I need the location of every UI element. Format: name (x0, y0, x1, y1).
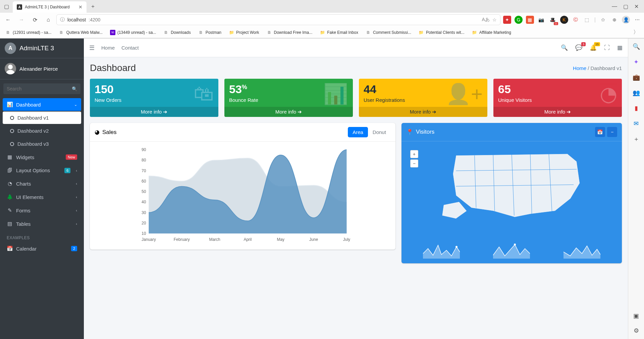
nav-layout-options[interactable]: 🗐 Layout Options 6 ‹ (3, 164, 81, 177)
ext-icon-5[interactable]: 🎩11 (549, 16, 557, 24)
bookmark-item[interactable]: Y!(13449 unread) - sa... (107, 28, 159, 37)
maximize-icon[interactable]: ▢ (623, 3, 628, 10)
more-info-link[interactable]: More info ➔ (90, 107, 218, 117)
sparkline-row (401, 242, 622, 263)
url-host: localhost (67, 17, 86, 22)
tab-title: AdminLTE 3 | Dashboard (25, 5, 76, 9)
more-info-link[interactable]: More info ➔ (224, 107, 353, 117)
svg-text:40: 40 (142, 200, 146, 204)
search-button[interactable]: 🔍 (69, 83, 80, 94)
hamburger-icon[interactable]: ☰ (89, 44, 95, 52)
extensions-icon[interactable]: ⬚ (583, 16, 591, 24)
menu-icon[interactable]: ⋯ (633, 16, 641, 24)
nav-label: Layout Options (16, 167, 50, 173)
rail-panel-icon[interactable]: ▣ (632, 311, 641, 321)
close-tab-icon[interactable]: ✕ (78, 4, 83, 10)
folder-icon: 📁 (320, 30, 325, 35)
chevron-left-icon: ‹ (76, 168, 77, 173)
search-input[interactable] (3, 83, 69, 94)
bookmark-item[interactable]: 🗎Comment Submissi... (363, 28, 414, 37)
tab-donut[interactable]: Donut (368, 127, 391, 137)
main-content: ☰ Home Contact 🔍 💬3 🔔15 ⛶ ▦ Dashboard Ho… (84, 39, 628, 339)
nav-charts[interactable]: ◔ Charts ‹ (3, 177, 81, 190)
topnav-home[interactable]: Home (101, 45, 115, 51)
tab-actions-icon[interactable]: ▢ (1, 1, 11, 11)
nav-calendar[interactable]: 📅 Calendar 2 (3, 242, 81, 255)
tab-area[interactable]: Area (348, 127, 368, 137)
stats-icon: 📊 (323, 82, 348, 106)
ext-icon-4[interactable]: 📷 (537, 16, 545, 24)
bookmark-item[interactable]: 📁Fake Email Inbox (317, 28, 361, 37)
browser-tab[interactable]: A AdminLTE 3 | Dashboard ✕ (13, 1, 87, 13)
nav-tables[interactable]: ▤ Tables ‹ (3, 217, 81, 230)
reader-icon[interactable]: Aあ (482, 17, 490, 23)
ext-icon-2[interactable]: G (515, 16, 523, 24)
more-info-link[interactable]: More info ➔ (493, 107, 622, 117)
nav-dashboard-v3[interactable]: Dashboard v3 (3, 138, 81, 150)
bookmark-item[interactable]: 🗎Postman (196, 28, 224, 37)
new-tab-button[interactable]: ＋ (88, 1, 98, 11)
usa-map[interactable] (406, 146, 617, 226)
bookmark-item[interactable]: 🗎(12931 unread) - sa... (3, 28, 54, 37)
zoom-in-button[interactable]: + (410, 150, 418, 158)
ext-icon-7[interactable]: Ⓒ (572, 16, 580, 24)
minimize-icon[interactable]: ― (612, 3, 617, 10)
expand-icon[interactable]: ⛶ (604, 45, 610, 51)
forward-button[interactable]: → (16, 14, 27, 25)
ext-icon-6[interactable]: K (560, 16, 568, 24)
page-icon: 🗎 (198, 30, 204, 35)
nav-forms[interactable]: ✎ Forms ‹ (3, 204, 81, 217)
rail-briefcase-icon[interactable]: 💼 (632, 73, 641, 82)
user-panel[interactable]: Alexander Pierce (0, 58, 84, 79)
rail-settings-icon[interactable]: ⚙ (632, 326, 641, 335)
nav-dashboard-v1[interactable]: Dashboard v1 (3, 112, 81, 124)
topnav-contact[interactable]: Contact (121, 45, 139, 51)
pie-icon: ◔ (7, 181, 13, 187)
svg-marker-27 (564, 246, 600, 259)
circle-icon (10, 116, 14, 120)
bookmark-item[interactable]: 📁Affiliate Marketing (469, 28, 514, 37)
brand[interactable]: A AdminLTE 3 (0, 39, 84, 58)
zoom-out-button[interactable]: − (410, 159, 418, 167)
collapse-button[interactable]: − (607, 127, 617, 137)
rail-people-icon[interactable]: 👥 (632, 88, 641, 97)
url-field[interactable]: ⓘ localhost:4200 Aあ ☆ (56, 14, 500, 25)
nav-widgets[interactable]: ▦ Widgets New (3, 151, 81, 163)
rail-search-icon[interactable]: 🔍 (632, 42, 641, 51)
bookmarks-overflow-icon[interactable]: 〉 (631, 29, 641, 36)
ext-icon-1[interactable]: ✦ (503, 16, 511, 24)
comments-icon[interactable]: 💬3 (575, 44, 582, 51)
grid-icon[interactable]: ▦ (617, 44, 623, 51)
rail-office-icon[interactable]: ▮ (632, 104, 641, 113)
bookmark-item[interactable]: 📁Project Work (226, 28, 262, 37)
bookmark-item[interactable]: 🗎Downloads (161, 28, 193, 37)
ext-icon-3[interactable]: ▦ (526, 16, 534, 24)
bookmark-item[interactable]: 🗎Download Free Ima... (264, 28, 315, 37)
breadcrumb-home[interactable]: Home (573, 65, 586, 71)
bookmark-item[interactable]: 🗎Quttera Web Malw... (56, 28, 105, 37)
rail-add-icon[interactable]: ＋ (632, 134, 641, 144)
rail-sparkle-icon[interactable]: ✦ (632, 57, 641, 67)
back-button[interactable]: ← (3, 14, 13, 25)
favorite-icon[interactable]: ☆ (492, 17, 497, 22)
page-icon: 🗎 (267, 30, 272, 35)
close-window-icon[interactable]: ✕ (634, 3, 639, 10)
profile-icon[interactable]: 👤 (622, 16, 630, 24)
nav-ui-elements[interactable]: 🌲 UI Elements ‹ (3, 191, 81, 203)
visitors-card-title: 📍 Visitors (406, 129, 434, 136)
nav-label: Dashboard v2 (17, 128, 49, 134)
refresh-button[interactable]: ⟳ (30, 14, 40, 25)
favorites-icon[interactable]: ✩ (599, 16, 607, 24)
calendar-button[interactable]: 📅 (595, 127, 605, 137)
nav-dashboard-v2[interactable]: Dashboard v2 (3, 125, 81, 137)
sidebar: A AdminLTE 3 Alexander Pierce 🔍 📊 Dashbo… (0, 39, 84, 339)
more-info-link[interactable]: More info ➔ (359, 107, 487, 117)
bell-icon[interactable]: 🔔15 (590, 44, 597, 51)
home-button[interactable]: ⌂ (43, 14, 54, 25)
search-icon[interactable]: 🔍 (561, 44, 568, 51)
bookmark-item[interactable]: 📁Potential Clients wit... (416, 28, 467, 37)
rail-outlook-icon[interactable]: ✉ (632, 119, 641, 128)
collections-icon[interactable]: ⊕ (610, 16, 619, 24)
sidebar-search: 🔍 (3, 83, 80, 94)
nav-dashboard[interactable]: 📊 Dashboard ⌄ (3, 98, 81, 111)
